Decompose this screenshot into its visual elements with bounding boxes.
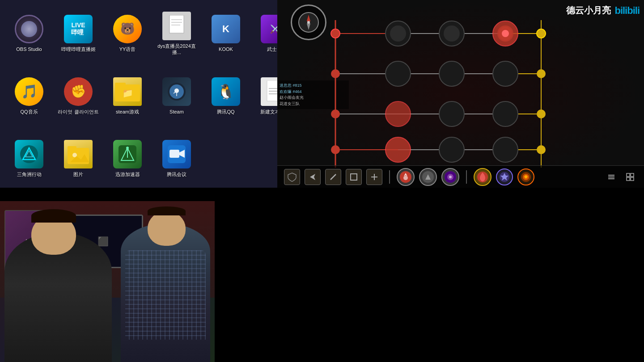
svg-point-58 bbox=[331, 69, 340, 78]
icon-dys[interactable]: dys直播员2024直播... bbox=[152, 4, 201, 63]
svg-point-72 bbox=[537, 145, 546, 154]
chat-msg-3: 赵小闹会友光 bbox=[280, 95, 347, 101]
svg-rect-93 bbox=[631, 173, 634, 177]
toolbar-champ2[interactable] bbox=[419, 168, 437, 186]
svg-point-70 bbox=[439, 137, 464, 162]
game-background: 德云小月亮 bilibili 迷忽忽 #815 欢欢嘛 #464 赵小闹会友光 bbox=[277, 0, 644, 188]
tcmeeting-icon-img bbox=[162, 140, 191, 168]
person-right-shirt bbox=[125, 250, 206, 340]
chat-msg-4: 花道女三队 bbox=[280, 101, 347, 107]
person-right-hair bbox=[148, 206, 186, 215]
toolbar-grid-view[interactable] bbox=[623, 170, 637, 184]
bilibili-live-label: 哔哩哔哩直播姬 bbox=[61, 46, 96, 52]
svg-point-84 bbox=[449, 176, 452, 178]
svg-rect-94 bbox=[627, 177, 630, 181]
svg-point-59 bbox=[386, 61, 411, 86]
toolbar-square-btn[interactable] bbox=[346, 169, 362, 185]
dys-label: dys直播员2024直播... bbox=[154, 43, 199, 56]
tcmeeting-label: 腾讯会议 bbox=[167, 171, 186, 177]
svg-point-65 bbox=[439, 101, 464, 126]
pictures-icon-img bbox=[64, 140, 93, 168]
toolbar-champ1[interactable] bbox=[397, 168, 415, 186]
svg-point-64 bbox=[386, 101, 411, 126]
icon-kook[interactable]: K KOOK bbox=[201, 4, 250, 63]
toolbar-divider-1 bbox=[389, 170, 390, 184]
svg-point-56 bbox=[444, 25, 460, 42]
game-bottom-toolbar bbox=[277, 165, 644, 188]
icon-tcmeeting[interactable]: 腾讯会议 bbox=[152, 130, 201, 188]
toolbar-champ3[interactable] bbox=[441, 168, 459, 186]
svg-rect-18 bbox=[68, 146, 76, 149]
svg-point-24 bbox=[126, 147, 129, 149]
toolbar-arrow-btn[interactable] bbox=[305, 169, 321, 185]
svg-point-52 bbox=[439, 21, 464, 46]
toolbar-shield-btn[interactable] bbox=[284, 169, 300, 185]
svg-rect-0 bbox=[169, 15, 184, 33]
icon-xuyou[interactable]: 迅游加速器 bbox=[103, 130, 152, 188]
pictures-label: 图片 bbox=[73, 171, 83, 177]
obs-icon-img bbox=[15, 15, 43, 43]
chat-msg-2: 欢欢嘛 #464 bbox=[280, 89, 347, 95]
svg-point-80 bbox=[403, 176, 408, 180]
chat-msg-1: 迷忽忽 #815 bbox=[280, 83, 347, 89]
desktop-area: OBS Studio LIVE哔哩 哔哩哔哩直播姬 🐻 YY语音 dys直播员2… bbox=[0, 0, 295, 188]
svg-point-54 bbox=[537, 29, 546, 38]
streamer-info: 德云小月亮 bilibili bbox=[566, 4, 640, 17]
svg-point-69 bbox=[386, 137, 411, 162]
game-area: 德云小月亮 bilibili 迷忽忽 #815 欢欢嘛 #464 赵小闹会友光 bbox=[277, 0, 644, 188]
icon-yy[interactable]: 🐻 YY语音 bbox=[103, 4, 152, 63]
svg-point-67 bbox=[537, 109, 546, 118]
webcam-feed: AnimePoster ⬛ bbox=[0, 201, 215, 362]
svg-point-61 bbox=[493, 61, 518, 86]
icon-pictures[interactable]: 图片 bbox=[54, 130, 103, 188]
steam-folder-icon-img: 📁 bbox=[113, 77, 142, 106]
svg-text:📁: 📁 bbox=[122, 88, 133, 98]
svg-point-71 bbox=[493, 137, 518, 162]
svg-point-63 bbox=[331, 109, 340, 118]
dys-icon-img bbox=[162, 12, 191, 40]
tencent-qq-label: 腾讯QQ bbox=[217, 109, 234, 115]
svg-point-31 bbox=[307, 21, 310, 24]
toolbar-champ5[interactable] bbox=[496, 168, 513, 185]
bilibili-logo-text: bilibili bbox=[614, 5, 640, 17]
kook-label: KOOK bbox=[219, 46, 233, 52]
toolbar-divider-2 bbox=[466, 170, 467, 184]
yy-icon-img: 🐻 bbox=[113, 15, 142, 43]
person-right-head bbox=[148, 211, 186, 246]
steam-label: Steam bbox=[169, 109, 184, 115]
svg-rect-76 bbox=[351, 174, 357, 180]
toolbar-list-view[interactable] bbox=[604, 170, 619, 184]
toolbar-slash-btn[interactable] bbox=[325, 169, 341, 185]
svg-rect-26 bbox=[169, 150, 179, 158]
svg-rect-5 bbox=[115, 83, 126, 86]
icon-tencent-qq[interactable]: 🐧 腾讯QQ bbox=[201, 67, 250, 125]
svg-point-57 bbox=[497, 25, 513, 42]
toolbar-main-champ[interactable] bbox=[474, 168, 491, 186]
tencent-qq-icon-img: 🐧 bbox=[212, 77, 240, 106]
triangle-icon-img bbox=[15, 140, 43, 168]
toolbar-champ6[interactable] bbox=[517, 168, 534, 185]
svg-rect-95 bbox=[631, 177, 634, 181]
icon-qqmusic[interactable]: 🎵 QQ音乐 bbox=[4, 67, 54, 125]
xuyou-icon-img bbox=[113, 140, 142, 168]
game-chat-panel: 迷忽忽 #815 欢欢嘛 #464 赵小闹会友光 花道女三队 bbox=[277, 80, 349, 109]
riot-icon-img: ✊ bbox=[64, 77, 93, 106]
icon-obs[interactable]: OBS Studio bbox=[4, 4, 54, 63]
black-bottom-area bbox=[215, 188, 644, 362]
icon-steam[interactable]: Steam bbox=[152, 67, 201, 125]
icon-bilibili-live[interactable]: LIVE哔哩 哔哩哔哩直播姬 bbox=[54, 4, 103, 63]
icon-triangle-action[interactable]: 三角洲行动 bbox=[4, 130, 54, 188]
steam-folder-label: steam游戏 bbox=[116, 109, 139, 115]
person-left-hair bbox=[31, 209, 76, 223]
icon-riot[interactable]: ✊ 라이엇 클라이언트 bbox=[54, 67, 103, 125]
icon-steam-folder[interactable]: 📁 steam游戏 bbox=[103, 67, 152, 125]
svg-point-55 bbox=[390, 25, 406, 42]
svg-point-50 bbox=[331, 29, 340, 38]
game-compass-icon[interactable] bbox=[291, 4, 326, 40]
toolbar-cross-btn[interactable] bbox=[366, 169, 382, 185]
svg-point-62 bbox=[537, 69, 546, 78]
xuyou-label: 迅游加速器 bbox=[115, 171, 140, 177]
steam-icon-img bbox=[162, 77, 191, 106]
qqmusic-icon-img: 🎵 bbox=[15, 77, 43, 106]
qqmusic-label: QQ音乐 bbox=[20, 109, 38, 115]
